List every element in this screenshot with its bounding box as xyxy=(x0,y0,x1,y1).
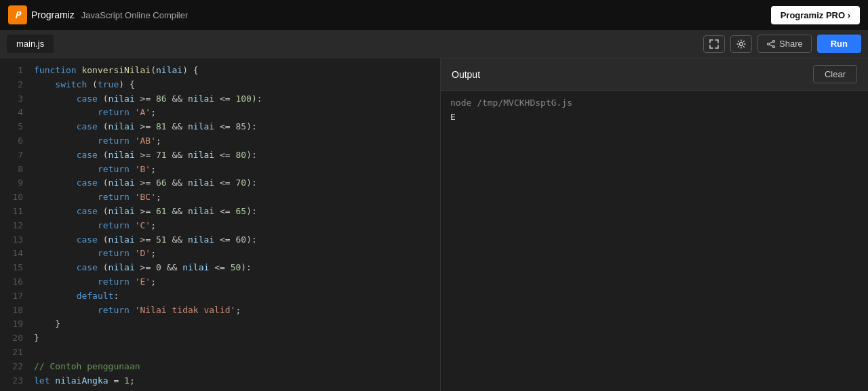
settings-button[interactable] xyxy=(730,35,752,53)
code-editor: 1 2 3 4 5 6 7 8 9 10 11 12 13 14 15 16 1… xyxy=(0,58,440,391)
editor-panel[interactable]: 1 2 3 4 5 6 7 8 9 10 11 12 13 14 15 16 1… xyxy=(0,58,441,391)
main-content: 1 2 3 4 5 6 7 8 9 10 11 12 13 14 15 16 1… xyxy=(0,58,868,391)
svg-point-3 xyxy=(768,43,770,45)
settings-icon xyxy=(736,39,746,49)
share-label: Share xyxy=(779,39,803,49)
output-result: E xyxy=(450,112,859,122)
line-numbers: 1 2 3 4 5 6 7 8 9 10 11 12 13 14 15 16 1… xyxy=(0,58,27,391)
output-header: Output Clear xyxy=(441,58,868,91)
logo: P Programiz xyxy=(8,5,75,24)
share-icon xyxy=(766,39,776,49)
file-tab[interactable]: main.js xyxy=(7,35,54,53)
svg-point-1 xyxy=(773,40,775,42)
expand-icon xyxy=(709,39,719,49)
output-panel: Output Clear node /tmp/MVCKHDsptG.js E xyxy=(441,58,868,391)
logo-text: Programiz xyxy=(31,9,75,20)
logo-icon: P xyxy=(8,5,27,24)
svg-point-2 xyxy=(773,45,775,47)
clear-button[interactable]: Clear xyxy=(813,65,857,83)
svg-point-0 xyxy=(740,42,743,45)
pro-button[interactable]: Programiz PRO › xyxy=(771,6,860,24)
output-title: Output xyxy=(452,69,480,80)
run-button[interactable]: Run xyxy=(817,35,861,53)
top-bar-left: P Programiz JavaScript Online Compiler xyxy=(8,5,188,24)
toolbar-right: Share Run xyxy=(703,35,861,53)
toolbar: main.js Share Run xyxy=(0,30,868,58)
logo-initial: P xyxy=(15,9,20,20)
output-content: node /tmp/MVCKHDsptG.js E xyxy=(441,91,868,391)
expand-button[interactable] xyxy=(703,35,725,53)
output-command: node /tmp/MVCKHDsptG.js xyxy=(450,98,859,108)
code-content[interactable]: function konversiNilai(nilai) { switch (… xyxy=(27,58,440,391)
compiler-title: JavaScript Online Compiler xyxy=(81,10,189,20)
top-bar: P Programiz JavaScript Online Compiler P… xyxy=(0,0,868,30)
share-button[interactable]: Share xyxy=(757,35,812,53)
